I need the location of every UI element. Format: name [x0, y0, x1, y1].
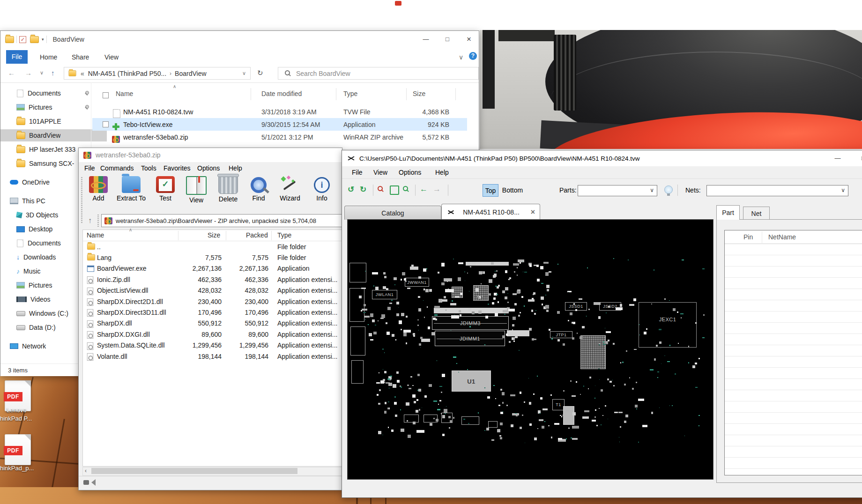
archive-row-sharpdx.dll[interactable]: SharpDX.dll550,912550,912Application ext… — [83, 318, 342, 329]
top-side-button[interactable]: Top — [483, 184, 498, 197]
fit-view-icon[interactable] — [390, 185, 399, 195]
nav-forward-icon[interactable]: → — [433, 185, 441, 194]
column-date-modified[interactable]: Date modified — [261, 90, 302, 97]
column-size[interactable]: Size — [208, 231, 222, 239]
menu-view[interactable]: View — [373, 169, 387, 176]
address-bar[interactable]: « NM-A451 (ThinkPad P50... › BoardView ∨ — [64, 67, 251, 80]
column-packed[interactable]: Packed — [246, 231, 268, 239]
column-type[interactable]: Type — [343, 90, 357, 97]
address-dropdown-icon[interactable]: ∨ — [242, 70, 246, 76]
board-component-jtp1[interactable]: JTP1 — [550, 331, 572, 338]
help-icon[interactable]: ? — [469, 52, 477, 60]
column-name[interactable]: Name — [87, 231, 104, 239]
board-component-jexc1[interactable]: JEXC1 — [639, 302, 697, 348]
boardviewer-titlebar[interactable]: C:\Users\P50-Lu7\Documents\NM-A451 (Thin… — [342, 150, 862, 167]
pcb-board-canvas[interactable]: JWLAN1JWWAN1JDIMM3JDIMM1JSSD1JSSD2JEXC1U… — [347, 219, 713, 480]
board-component-jdimm1[interactable]: JDIMM1 — [435, 331, 505, 346]
search-box[interactable]: Search BoardView — [278, 67, 479, 80]
maximize-button[interactable]: □ — [853, 150, 862, 166]
toolbar-view-button[interactable]: View — [181, 176, 211, 204]
toolbar-add-button[interactable]: Add — [83, 176, 113, 202]
back-icon[interactable]: ← — [8, 69, 15, 77]
column-netname[interactable]: NetName — [768, 233, 796, 241]
toolbar-wizard-button[interactable]: Wizard — [275, 176, 305, 202]
bottom-side-button[interactable]: Bottom — [499, 184, 526, 197]
properties-qat-icon[interactable]: ✓ — [19, 36, 26, 43]
chevron-down-icon[interactable]: ∨ — [650, 187, 654, 193]
pin-netname-table[interactable]: Pin NetName — [724, 230, 862, 475]
archive-row-lang[interactable]: Lang7,5757,575File folder — [83, 252, 342, 263]
file-row-exe[interactable]: Tebo-IctView.exe 9/30/2015 12:54 AM Appl… — [92, 118, 467, 131]
ribbon-tab-file[interactable]: File — [6, 50, 28, 64]
ribbon-tab-share[interactable]: Share — [72, 53, 89, 61]
panel-tab-part[interactable]: Part — [716, 205, 740, 220]
chevron-down-icon[interactable]: ∨ — [841, 187, 845, 193]
menu-favorites[interactable]: Favorites — [163, 164, 191, 172]
breadcrumb-overflow[interactable]: « — [81, 70, 84, 77]
scroll-left-icon[interactable]: ‹ — [85, 467, 87, 474]
column-pin[interactable]: Pin — [743, 233, 753, 241]
board-component-jdimm3[interactable]: JDIMM3 — [432, 316, 509, 330]
tab-board-file[interactable]: NM-A451 R10-08... × — [441, 204, 540, 220]
toolbar-info-button[interactable]: iInfo — [307, 176, 337, 202]
nav-back-icon[interactable]: ← — [420, 185, 428, 194]
explorer-titlebar[interactable]: ✓ ▾ BoardView — [0, 31, 479, 48]
column-name[interactable]: Name — [116, 90, 133, 97]
archive-row-sharpdx.direct3d11.dll[interactable]: SharpDX.Direct3D11.dll170,496170,496Appl… — [83, 307, 342, 318]
up-one-level-button[interactable]: ↑ — [84, 215, 96, 227]
rotate-left-icon[interactable]: ↺ — [348, 185, 354, 194]
archive-row-system.data.sqlite.dll[interactable]: System.Data.SQLite.dll1,299,4561,299,456… — [83, 340, 342, 351]
minimize-button[interactable]: — — [415, 31, 437, 48]
winrar-titlebar[interactable]: wetransfer-53eba0.zip — [79, 148, 342, 162]
forward-icon[interactable]: → — [25, 69, 32, 77]
menu-commands[interactable]: Commands — [100, 164, 134, 172]
new-folder-qat-icon[interactable] — [30, 36, 39, 43]
qat-customize-icon[interactable]: ▾ — [42, 37, 44, 42]
menu-help[interactable]: Help — [229, 164, 242, 172]
menu-tools[interactable]: Tools — [141, 164, 156, 172]
row-checkbox[interactable] — [103, 121, 109, 127]
toolbar-find-button[interactable]: Find — [244, 176, 274, 202]
menu-help[interactable]: Help — [435, 169, 449, 176]
archive-row-volante.dll[interactable]: Volante.dll198,144198,144Application ext… — [83, 351, 342, 362]
tab-catalog[interactable]: Catalog — [344, 206, 441, 220]
archive-row-sharpdx.dxgi.dll[interactable]: SharpDX.DXGI.dll89,60089,600Application … — [83, 329, 342, 340]
up-icon[interactable]: ↑ — [51, 69, 55, 77]
archive-row-up[interactable]: ..File folder — [83, 241, 342, 252]
archive-row-boardviewer.exe[interactable]: BoardViewer.exe2,267,1362,267,136Applica… — [83, 263, 342, 274]
nets-combobox[interactable]: ∨ — [706, 185, 848, 196]
recent-locations-icon[interactable]: ∨ — [40, 70, 44, 76]
maximize-button[interactable]: □ — [437, 31, 458, 48]
minimize-button[interactable]: — — [827, 150, 848, 166]
board-component-jwlan1[interactable]: JWLAN1 — [372, 290, 397, 299]
board-component-jwwan1[interactable]: JWWAN1 — [405, 278, 429, 287]
panel-tab-net[interactable]: Net — [743, 207, 770, 220]
menu-file[interactable]: File — [84, 164, 95, 172]
archive-row-objectlistview.dll[interactable]: ObjectListView.dll428,032428,032Applicat… — [83, 285, 342, 296]
select-all-checkbox[interactable] — [103, 92, 109, 98]
menu-options[interactable]: Options — [399, 169, 421, 176]
menu-file[interactable]: File — [352, 169, 363, 176]
refresh-icon[interactable]: ↻ — [257, 69, 263, 77]
board-component-u1[interactable]: U1 — [452, 371, 491, 392]
lightbulb-icon[interactable] — [664, 185, 673, 194]
breadcrumb-current[interactable]: BoardView — [175, 70, 206, 77]
tab-close-icon[interactable]: × — [531, 204, 535, 220]
ribbon-collapse-icon[interactable]: ∨ — [459, 53, 463, 61]
ribbon-tab-view[interactable]: View — [104, 53, 119, 61]
column-type[interactable]: Type — [277, 231, 291, 239]
archive-address-bar[interactable]: wetransfer-53eba0.zip\BoardViewer - ZIP … — [101, 214, 342, 227]
close-button[interactable]: × — [458, 31, 480, 48]
horizontal-scrollbar[interactable]: ‹ — [82, 467, 342, 476]
column-size[interactable]: Size — [413, 90, 425, 97]
ribbon-tab-home[interactable]: Home — [40, 53, 57, 61]
file-row-tvw[interactable]: NM-A451 R10-0824.tvw 3/31/2018 3:19 AM T… — [92, 105, 467, 118]
sort-ascending-icon[interactable]: ∧ — [173, 84, 176, 89]
breadcrumb-parent[interactable]: NM-A451 (ThinkPad P50... — [88, 70, 166, 77]
archive-row-sharpdx.direct2d1.dll[interactable]: SharpDX.Direct2D1.dll230,400230,400Appli… — [83, 296, 342, 307]
file-row-zip[interactable]: wetransfer-53eba0.zip 5/1/2021 3:12 PM W… — [92, 131, 467, 143]
rotate-right-icon[interactable]: ↻ — [360, 185, 366, 194]
menu-options[interactable]: Options — [197, 164, 220, 172]
toolbar-extract-button[interactable]: Extract To — [116, 176, 146, 202]
toolbar-delete-button[interactable]: Delete — [213, 176, 243, 203]
